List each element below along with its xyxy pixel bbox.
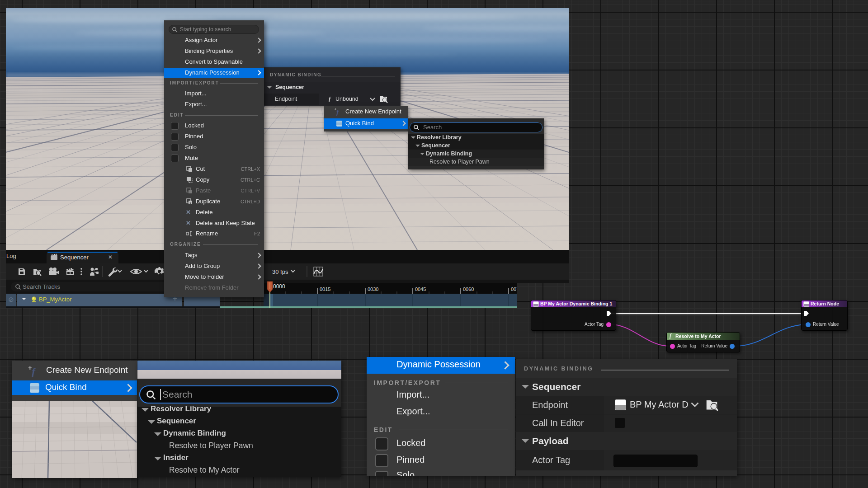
svg-text:0015: 0015	[320, 286, 330, 292]
svg-text:0030: 0030	[368, 286, 378, 292]
svg-text:0045: 0045	[415, 286, 426, 292]
svg-text:30 fps: 30 fps	[272, 268, 288, 275]
svg-text:0060: 0060	[463, 286, 474, 292]
svg-text:007: 007	[511, 286, 517, 292]
